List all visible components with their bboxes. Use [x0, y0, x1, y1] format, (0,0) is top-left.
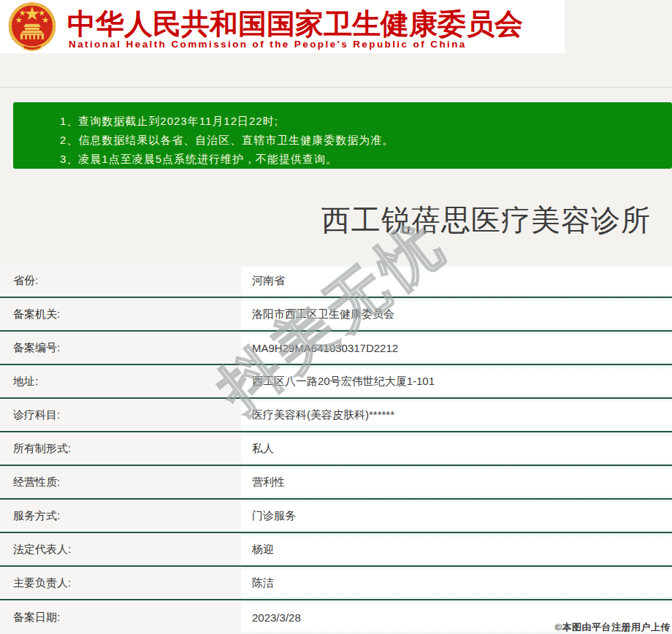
field-label: 省份: [0, 264, 241, 297]
field-label: 经营性质: [0, 466, 241, 498]
table-row-medical-subjects: 诊疗科目: 医疗美容科(美容皮肤科)****** [0, 399, 672, 432]
field-label: 备案日期: [0, 600, 241, 634]
field-value: 营利性 [241, 466, 672, 498]
upload-copyright-watermark: ©本图由平台注册用户上传 [554, 621, 671, 634]
query-notice-box: 1、查询数据截止到2023年11月12日22时; 2、信息数据结果以各省、自治区… [13, 102, 672, 169]
site-header: 中华人民共和国国家卫生健康委员会 National Health Commiss… [0, 0, 565, 53]
field-value: 西工区八一路20号宏伟世纪大厦1-101 [241, 365, 672, 397]
field-label: 服务方式: [0, 500, 241, 532]
china-national-emblem-icon [7, 1, 58, 53]
field-label: 法定代表人: [0, 533, 241, 565]
table-row-operation-nature: 经营性质: 营利性 [0, 466, 672, 500]
field-label: 所有制形式: [0, 432, 241, 465]
field-label: 诊疗科目: [0, 399, 241, 431]
field-value: 河南省 [241, 264, 672, 297]
notice-line-2: 2、信息数据结果以各省、自治区、直辖市卫生健康委数据为准。 [60, 131, 665, 150]
field-label: 主要负责人: [0, 567, 241, 599]
field-label: 备案编号: [0, 332, 241, 364]
table-row-filing-number: 备案编号: MA9H29MA641030317D2212 [0, 332, 672, 365]
notice-line-3: 3、凌晨1点至凌晨5点系统进行维护，不能提供查询。 [60, 150, 665, 169]
site-title-chinese: 中华人民共和国国家卫生健康委员会 [67, 4, 549, 44]
table-row-address: 地址: 西工区八一路20号宏伟世纪大厦1-101 [0, 365, 672, 399]
record-table: 省份: 河南省 备案机关: 洛阳市西工区卫生健康委员会 备案编号: MA9H29… [0, 264, 672, 634]
site-title-english: National Health Commission of the People… [69, 39, 558, 50]
notice-line-1: 1、查询数据截止到2023年11月12日22时; [60, 112, 665, 131]
field-value: 医疗美容科(美容皮肤科)****** [241, 399, 672, 431]
header-divider [0, 87, 672, 88]
field-value: 杨迎 [241, 533, 672, 565]
field-label: 备案机关: [0, 298, 241, 330]
table-row-principal: 主要负责人: 陈洁 [0, 567, 672, 600]
field-value: 私人 [241, 432, 672, 465]
field-value: 门诊服务 [241, 500, 672, 532]
table-row-service-mode: 服务方式: 门诊服务 [0, 500, 672, 533]
institution-name-title: 西工锐蓓思医疗美容诊所 [321, 200, 651, 240]
table-row-province: 省份: 河南省 [0, 264, 672, 298]
field-value: 陈洁 [241, 567, 672, 599]
table-row-ownership: 所有制形式: 私人 [0, 432, 672, 466]
table-row-legal-representative: 法定代表人: 杨迎 [0, 533, 672, 567]
field-value: 洛阳市西工区卫生健康委员会 [241, 298, 672, 330]
field-value: MA9H29MA641030317D2212 [241, 332, 672, 364]
field-label: 地址: [0, 365, 241, 397]
table-row-filing-authority: 备案机关: 洛阳市西工区卫生健康委员会 [0, 298, 672, 332]
